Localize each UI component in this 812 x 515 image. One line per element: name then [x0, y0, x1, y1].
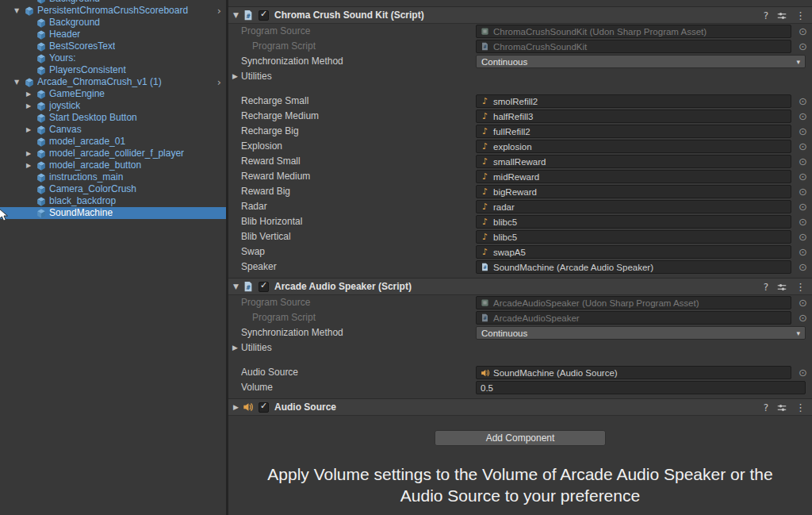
speaker-object-field[interactable]: #SoundMachine (Arcade Audio Speaker): [476, 260, 791, 274]
presets-icon[interactable]: [777, 11, 787, 21]
presets-icon[interactable]: [777, 282, 787, 292]
recharge-small-object-field[interactable]: ♪smolRefill2: [476, 94, 791, 108]
hierarchy-item-black-backdrop[interactable]: black_backdrop: [0, 195, 226, 207]
recharge-big-object-field[interactable]: ♪fullRefill2: [476, 125, 791, 138]
hierarchy-item-yours[interactable]: Yours:: [0, 52, 226, 64]
object-picker-icon[interactable]: ⊙: [799, 214, 807, 229]
hierarchy-item-model-arcade-collider-f-player[interactable]: ▶model_arcade_collider_f_player: [0, 148, 226, 159]
audio-icon: ♪: [480, 156, 490, 167]
object-picker-icon[interactable]: ⊙: [799, 124, 807, 139]
hierarchy-item-soundmachine[interactable]: SoundMachine: [0, 207, 226, 219]
foldout-closed-icon[interactable]: ▶: [26, 100, 36, 112]
hierarchy-item-label: PlayersConsistent: [49, 64, 126, 76]
foldout-closed-icon[interactable]: ▶: [26, 148, 36, 159]
component-enabled-checkbox[interactable]: ✓: [259, 402, 269, 413]
component-enabled-checkbox[interactable]: ✓: [259, 282, 269, 292]
hierarchy-item-model-arcade-01[interactable]: model_arcade_01: [0, 136, 226, 148]
program-source-object-field[interactable]: ChromaCrushSoundKit (Udon Sharp Program …: [476, 25, 791, 38]
component-header-arcade-audio-speaker-script[interactable]: ▼#✓Arcade Audio Speaker (Script)?⋮: [228, 278, 812, 295]
object-picker-icon[interactable]: ⊙: [799, 139, 807, 154]
component-foldout-icon[interactable]: ▼: [233, 11, 243, 19]
gameobject-icon: [36, 54, 46, 63]
hierarchy-tree: Background▼PersistentChromaCrushScoreboa…: [0, 0, 226, 219]
hierarchy-item-instructions-main[interactable]: instructions_main: [0, 171, 226, 183]
utilities-row[interactable]: ▶Utilities: [228, 69, 812, 84]
component-header-audio-source[interactable]: ▶✓Audio Source?⋮: [228, 398, 812, 416]
foldout-closed-icon[interactable]: ▶: [232, 340, 238, 356]
object-picker-icon[interactable]: ⊙: [799, 24, 807, 39]
volume-field[interactable]: 0.5: [476, 381, 806, 394]
kebab-menu-icon[interactable]: ⋮: [795, 11, 806, 21]
kebab-menu-icon[interactable]: ⋮: [795, 403, 806, 413]
hierarchy-item-playersconsistent[interactable]: PlayersConsistent: [0, 64, 226, 76]
synchronization-method-dropdown[interactable]: Continuous▾: [476, 326, 806, 340]
help-icon[interactable]: ?: [764, 403, 768, 413]
add-component-button[interactable]: Add Component: [435, 430, 606, 446]
reward-big-object-field[interactable]: ♪bigReward: [476, 185, 791, 198]
blib-horizontal-object-field[interactable]: ♪blibc5: [476, 215, 791, 229]
object-picker-icon[interactable]: ⊙: [799, 295, 807, 310]
foldout-closed-icon[interactable]: ▶: [26, 124, 36, 136]
swap-object-field[interactable]: ♪swapA5: [476, 245, 791, 259]
object-field-value: smallReward: [493, 157, 546, 167]
prefab-open-arrow-icon[interactable]: ›: [217, 76, 221, 88]
object-field-value: blibc5: [493, 217, 517, 227]
hierarchy-item-joystick[interactable]: ▶joystick: [0, 100, 226, 112]
synchronization-method-dropdown[interactable]: Continuous▾: [476, 55, 806, 68]
radar-object-field[interactable]: ♪radar: [476, 200, 791, 213]
component-foldout-icon[interactable]: ▶: [233, 403, 243, 411]
foldout-closed-icon[interactable]: ▶: [232, 69, 238, 84]
recharge-small-row: Recharge Small♪smolRefill2⊙: [228, 94, 812, 109]
hierarchy-item-gameengine[interactable]: ▶GameEngine: [0, 88, 226, 100]
hierarchy-item-bestscorestext[interactable]: BestScoresText: [0, 40, 226, 52]
utilities-row[interactable]: ▶Utilities: [228, 340, 812, 356]
object-picker-icon[interactable]: ⊙: [799, 244, 807, 259]
hierarchy-item-start-desktop-button[interactable]: Start Desktop Button: [0, 112, 226, 124]
audio-source-object-field[interactable]: SoundMachine (Audio Source): [476, 366, 791, 379]
object-picker-icon[interactable]: ⊙: [799, 109, 807, 124]
blib-vertical-object-field[interactable]: ♪blibc5: [476, 230, 791, 244]
object-field-value: SoundMachine (Audio Source): [493, 368, 618, 378]
program-script-object-field[interactable]: #ChromaCrushSoundKit: [476, 40, 791, 53]
hierarchy-item-background[interactable]: Background: [0, 17, 226, 29]
foldout-closed-icon[interactable]: ▶: [26, 159, 36, 171]
object-picker-icon[interactable]: ⊙: [799, 229, 807, 244]
field-label: Program Source: [241, 24, 473, 39]
hierarchy-item-persistentchromacrushscoreboard[interactable]: ▼PersistentChromaCrushScoreboard›: [0, 5, 226, 17]
object-picker-icon[interactable]: ⊙: [799, 310, 807, 325]
reward-medium-object-field[interactable]: ♪midReward: [476, 170, 791, 183]
foldout-open-icon[interactable]: ▼: [14, 76, 25, 88]
foldout-open-icon[interactable]: ▼: [14, 5, 25, 17]
help-icon[interactable]: ?: [764, 282, 768, 292]
reward-small-object-field[interactable]: ♪smallReward: [476, 155, 791, 168]
object-picker-icon[interactable]: ⊙: [799, 39, 807, 54]
svg-text:#: #: [484, 315, 487, 321]
help-icon[interactable]: ?: [764, 11, 768, 21]
object-picker-icon[interactable]: ⊙: [799, 259, 807, 275]
component-header-chroma-crush-sound-kit-script[interactable]: ▼#✓Chroma Crush Sound Kit (Script)?⋮: [228, 6, 812, 24]
presets-icon[interactable]: [777, 403, 787, 413]
program-source-object-field[interactable]: ArcadeAudioSpeaker (Udon Sharp Program A…: [476, 296, 791, 309]
object-picker-icon[interactable]: ⊙: [799, 94, 807, 109]
hierarchy-item-camera-colorcrush[interactable]: Camera_ColorCrush: [0, 183, 226, 195]
hierarchy-item-canvas[interactable]: ▶Canvas: [0, 124, 226, 136]
component-foldout-icon[interactable]: ▼: [233, 282, 243, 290]
kebab-menu-icon[interactable]: ⋮: [795, 282, 806, 292]
object-picker-icon[interactable]: ⊙: [799, 365, 807, 380]
object-picker-icon[interactable]: ⊙: [799, 154, 807, 169]
hierarchy-item-arcade-chromacrush-v1-1[interactable]: ▼Arcade_ChromaCrush_v1 (1)›: [0, 76, 226, 88]
gameobject-icon: [36, 42, 46, 52]
object-picker-icon[interactable]: ⊙: [799, 199, 807, 214]
object-picker-icon[interactable]: ⊙: [799, 184, 807, 199]
explosion-object-field[interactable]: ♪explosion: [476, 140, 791, 153]
component-enabled-checkbox[interactable]: ✓: [259, 10, 269, 21]
program-script-object-field[interactable]: #ArcadeAudioSpeaker: [476, 311, 791, 325]
object-picker-icon[interactable]: ⊙: [799, 169, 807, 184]
hierarchy-item-header[interactable]: Header: [0, 29, 226, 40]
recharge-medium-object-field[interactable]: ♪halfRefill3: [476, 110, 791, 123]
foldout-closed-icon[interactable]: ▶: [26, 88, 36, 100]
hierarchy-item-model-arcade-button[interactable]: ▶model_arcade_button: [0, 159, 226, 171]
field-label: Speaker: [241, 259, 473, 275]
prefab-open-arrow-icon[interactable]: ›: [217, 5, 221, 17]
field-label: Utilities: [241, 69, 473, 84]
